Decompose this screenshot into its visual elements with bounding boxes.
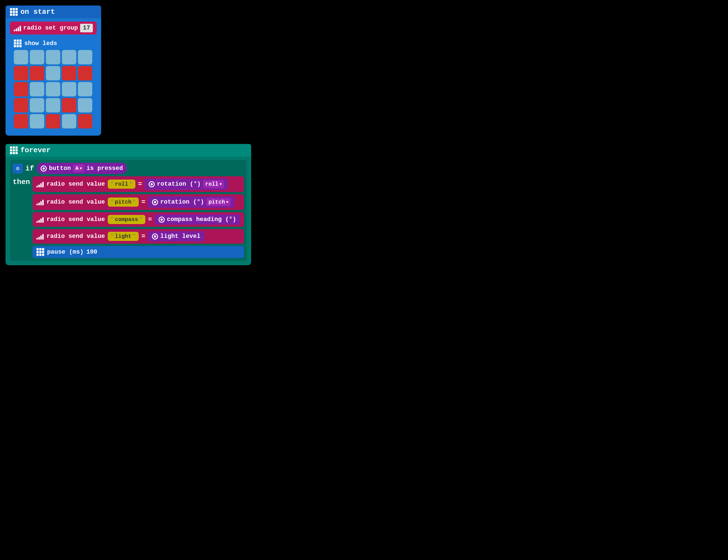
dropdown-arrow-roll: ▼ xyxy=(220,182,222,186)
led-3-3[interactable] xyxy=(62,98,76,112)
key-badge-roll: " roll " xyxy=(108,180,135,189)
circle-dot-icon xyxy=(41,165,47,172)
led-0-0[interactable] xyxy=(14,50,28,64)
forever-grid-icon xyxy=(10,146,18,154)
rotation-value-roll: roll xyxy=(205,181,219,187)
led-1-1[interactable] xyxy=(30,66,44,80)
led-2-2[interactable] xyxy=(46,82,60,96)
on-start-body: radio set group 17 show leds xyxy=(6,18,101,136)
radio-send-label-roll: radio send value xyxy=(46,181,105,188)
then-label: then xyxy=(13,176,30,186)
signal-icon-roll xyxy=(36,181,44,187)
rotation-dropdown-roll[interactable]: roll ▼ xyxy=(203,180,224,188)
forever-header: forever xyxy=(6,144,251,157)
led-2-1[interactable] xyxy=(30,82,44,96)
key-roll: roll xyxy=(115,181,128,187)
show-leds-label: show leds xyxy=(14,40,93,47)
radio-send-light: radio send value " light " = xyxy=(33,229,244,244)
button-condition-label: button xyxy=(49,165,71,172)
led-4-2[interactable] xyxy=(46,114,60,128)
signal-icon-light xyxy=(36,233,44,240)
signal-icon-compass xyxy=(36,217,44,223)
led-2-4[interactable] xyxy=(78,82,92,96)
equals-pitch: = xyxy=(141,198,145,206)
pause-value[interactable]: 100 xyxy=(86,249,97,256)
equals-roll: = xyxy=(138,180,142,188)
led-4-4[interactable] xyxy=(78,114,92,128)
led-0-3[interactable] xyxy=(62,50,76,64)
led-2-3[interactable] xyxy=(62,82,76,96)
key-pitch: pitch xyxy=(115,199,132,205)
forever-label: forever xyxy=(20,146,51,154)
key-compass: compass xyxy=(115,216,138,223)
led-3-4[interactable] xyxy=(78,98,92,112)
circle-dot-pitch xyxy=(152,199,158,205)
circle-dot-roll xyxy=(149,181,155,187)
on-start-header: on start xyxy=(6,6,101,18)
led-4-0[interactable] xyxy=(14,114,28,128)
pause-block: pause (ms) 100 xyxy=(33,246,244,258)
led-3-2[interactable] xyxy=(46,98,60,112)
led-1-2[interactable] xyxy=(46,66,60,80)
dropdown-arrow-pitch: ▼ xyxy=(226,200,228,204)
button-value-dropdown[interactable]: A ▼ xyxy=(73,164,84,172)
led-grid xyxy=(14,50,93,128)
button-value: A xyxy=(75,165,78,172)
radio-group-value[interactable]: 17 xyxy=(80,24,93,32)
equals-light: = xyxy=(141,233,145,240)
rotation-dropdown-pitch[interactable]: pitch ▼ xyxy=(206,198,231,206)
show-leds-block: show leds xyxy=(10,37,97,131)
led-0-1[interactable] xyxy=(30,50,44,64)
light-level-label: light level xyxy=(160,233,200,240)
signal-icon-pitch xyxy=(36,199,44,205)
key-badge-compass: " compass " xyxy=(108,215,145,224)
radio-send-roll: radio send value " roll " = xyxy=(33,176,244,192)
then-section: then radio send value xyxy=(13,176,244,258)
led-4-3[interactable] xyxy=(62,114,76,128)
rotation-block-roll: rotation (°) roll ▼ xyxy=(145,178,228,190)
radio-send-label-pitch: radio send value xyxy=(46,199,105,206)
key-light: light xyxy=(115,233,132,240)
if-section: ⚙ if button A ▼ is pressed xyxy=(10,160,247,261)
then-blocks: radio send value " roll " = xyxy=(33,176,244,258)
radio-send-compass: radio send value " compass " = xyxy=(33,212,244,227)
led-0-4[interactable] xyxy=(78,50,92,64)
rotation-label-pitch: rotation (°) xyxy=(160,199,204,206)
forever-block: forever ⚙ if button A ▼ xyxy=(6,144,251,265)
gear-icon[interactable]: ⚙ xyxy=(13,164,23,173)
if-label: if xyxy=(25,164,34,173)
dropdown-arrow-icon: ▼ xyxy=(80,166,82,171)
button-condition-block: button A ▼ is pressed xyxy=(37,163,127,174)
led-1-0[interactable] xyxy=(14,66,28,80)
circle-dot-compass xyxy=(159,217,165,223)
radio-send-label-light: radio send value xyxy=(46,233,105,240)
key-badge-light: " light " xyxy=(108,232,139,241)
on-start-label: on start xyxy=(20,8,55,16)
equals-compass: = xyxy=(148,216,152,223)
radio-send-pitch: radio send value " pitch " = xyxy=(33,194,244,210)
if-row: ⚙ if button A ▼ is pressed xyxy=(13,163,244,174)
radio-set-group-block: radio set group 17 xyxy=(10,22,97,35)
is-pressed-label: is pressed xyxy=(86,165,123,172)
led-1-4[interactable] xyxy=(78,66,92,80)
light-level-block: light level xyxy=(148,231,204,241)
led-0-2[interactable] xyxy=(46,50,60,64)
compass-label: compass heading (°) xyxy=(167,216,236,223)
led-4-1[interactable] xyxy=(30,114,44,128)
grid-icon xyxy=(10,8,18,16)
led-3-1[interactable] xyxy=(30,98,44,112)
led-2-0[interactable] xyxy=(14,82,28,96)
led-grid-icon xyxy=(14,40,22,47)
signal-icon xyxy=(14,25,21,31)
forever-body: ⚙ if button A ▼ is pressed xyxy=(6,157,251,265)
led-1-3[interactable] xyxy=(62,66,76,80)
radio-send-label-compass: radio send value xyxy=(46,216,105,223)
rotation-block-pitch: rotation (°) pitch ▼ xyxy=(148,196,235,208)
led-3-0[interactable] xyxy=(14,98,28,112)
on-start-block: on start radio set group 17 xyxy=(6,6,101,136)
rotation-value-pitch: pitch xyxy=(209,199,225,205)
key-badge-pitch: " pitch " xyxy=(108,198,139,207)
pause-label: pause (ms) xyxy=(47,249,83,256)
radio-set-group-label: radio set group xyxy=(23,25,78,31)
circle-dot-light xyxy=(152,233,158,240)
